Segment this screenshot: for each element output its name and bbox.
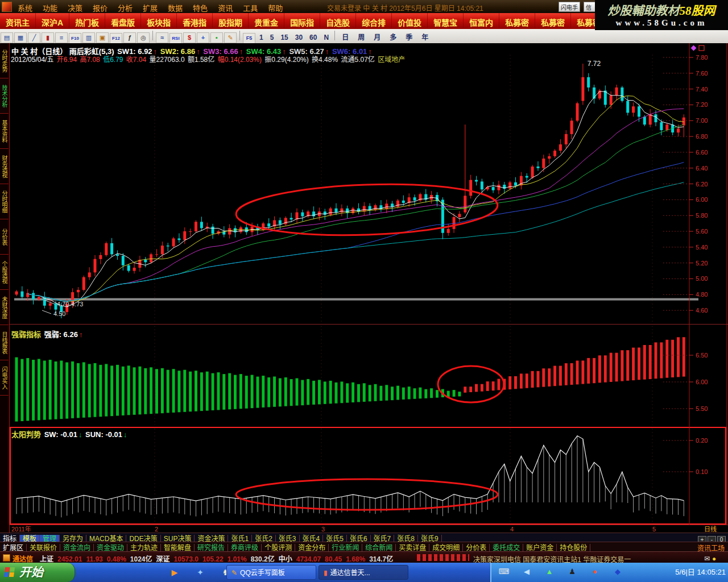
sidebar-tab-未财深度[interactable]: 未财深度 <box>0 290 9 325</box>
period-button-30min[interactable]: 30 <box>292 31 306 41</box>
sidebar-tab-闪电买入[interactable]: 闪电买入 <box>0 360 9 396</box>
menu-item-帮助[interactable]: 帮助 <box>263 0 288 13</box>
start-button[interactable]: 开始 <box>0 563 75 582</box>
f12-icon[interactable]: F12 <box>110 33 122 44</box>
text-token: 强弱: 6.26 <box>44 330 78 339</box>
pencil-icon[interactable]: ✎ <box>224 32 237 43</box>
text-token: 振0.29(4.20%) <box>264 56 311 64</box>
candlestick-chart[interactable]: 7.724.70-4.734.507.807.607.407.207.006.8… <box>9 43 728 533</box>
task-icon: ✎ <box>231 569 237 577</box>
formula-icon[interactable]: ƒ <box>123 32 136 43</box>
f5-refresh-icon[interactable]: F5 <box>243 33 255 44</box>
market-tab-智慧宝[interactable]: 智慧宝 <box>428 13 464 28</box>
menu-item-数据[interactable]: 数据 <box>163 0 188 13</box>
menu-item-决策[interactable]: 决策 <box>63 0 88 13</box>
market-tab-热门板[interactable]: 热门板 <box>69 13 105 28</box>
period-button-Nmin[interactable]: N <box>320 31 332 41</box>
kline-icon[interactable]: ▮ <box>42 32 54 43</box>
move-icon[interactable]: + <box>197 32 209 43</box>
period-button-日[interactable]: 日 <box>337 29 353 41</box>
lightning-icon[interactable]: ● <box>712 555 716 563</box>
start-label: 开始 <box>19 566 43 579</box>
zoom-icon[interactable]: ◎ <box>137 32 150 43</box>
market-tab-贵重金[interactable]: 贵重金 <box>249 13 284 28</box>
text-token: SW: -0.01 <box>44 430 77 439</box>
info-table-icon[interactable]: ≡ <box>55 32 68 43</box>
market-tab-股指期[interactable]: 股指期 <box>213 13 249 28</box>
sidebar-tab-分时明细[interactable]: 分时明细 <box>0 184 9 219</box>
market-tab-私募密[interactable]: 私募密 <box>499 13 535 28</box>
svg-text:4.50: 4.50 <box>53 310 65 317</box>
dollar-icon[interactable]: $ <box>183 32 196 43</box>
market-tab-私募密[interactable]: 私募密 <box>535 13 571 28</box>
market-tab-香港指[interactable]: 香港指 <box>177 13 213 28</box>
trend-line-icon[interactable]: ╱ <box>28 32 40 43</box>
shield-icon[interactable]: ◆ <box>612 563 623 581</box>
market-tab-深沪A[interactable]: 深沪A <box>36 13 69 28</box>
info-button[interactable]: 信 <box>584 2 596 12</box>
svg-text:4: 4 <box>510 526 514 533</box>
pattern-icon[interactable]: ≈ <box>156 32 168 43</box>
market-tab-综合排[interactable]: 综合排 <box>356 13 392 28</box>
menu-item-功能[interactable]: 功能 <box>38 0 63 13</box>
menu-item-分析[interactable]: 分析 <box>113 0 138 13</box>
rsi-icon[interactable]: RSI <box>169 33 182 44</box>
sidebar-tab-基本资料[interactable]: 基本资料 <box>0 114 9 149</box>
sidebar-tab-日线报表[interactable]: 日线报表 <box>0 325 9 360</box>
sidebar-tab-分时走势[interactable]: 分时走势 <box>0 43 9 78</box>
period-button-1min[interactable]: 1 <box>256 31 267 41</box>
link-icon[interactable]: ▥ <box>82 32 95 43</box>
grid-icon[interactable]: ▦ <box>14 32 27 43</box>
period-button-5min[interactable]: 5 <box>267 31 278 41</box>
menu-item-报价[interactable]: 报价 <box>88 0 113 13</box>
market-tab-恒富内[interactable]: 恒富内 <box>464 13 499 28</box>
chart-area[interactable]: 7.724.70-4.734.507.807.607.407.207.006.8… <box>9 43 728 533</box>
period-button-多[interactable]: 多 <box>385 29 401 41</box>
media-player-icon[interactable]: ▶ <box>168 564 181 581</box>
sidebar-tab-分价表[interactable]: 分价表 <box>0 219 9 255</box>
market-tab-价值投[interactable]: 价值投 <box>392 13 428 28</box>
messenger-icon[interactable]: ✦ <box>194 564 206 581</box>
system-tray: ⌨◀▲♟●◆ 5/6|日 14:05:21 <box>490 563 728 582</box>
market-tab-自选股[interactable]: 自选股 <box>320 13 356 28</box>
sidebar-tab-个股透视[interactable]: 个股透视 <box>0 255 9 290</box>
period-button-月[interactable]: 月 <box>369 29 385 41</box>
qq-penguin-icon[interactable]: ♟ <box>566 563 578 581</box>
market-tab-看盘版[interactable]: 看盘版 <box>105 13 141 28</box>
svg-text:5.00: 5.00 <box>696 275 708 282</box>
marker-icon[interactable]: ▪ <box>210 32 223 43</box>
ime-icon[interactable]: ▲ <box>544 563 555 581</box>
mail-icon[interactable]: ✉ <box>704 555 710 563</box>
market-tab-板块指[interactable]: 板块指 <box>141 13 177 28</box>
period-button-60min[interactable]: 60 <box>306 31 320 41</box>
svg-text:日线: 日线 <box>704 525 717 533</box>
svg-text:2011年: 2011年 <box>11 525 31 533</box>
flash-hand-button[interactable]: 闪电手 <box>559 2 580 12</box>
task-button-QQ云手写面板[interactable]: ✎QQ云手写面板 <box>226 565 316 580</box>
market-tab-资讯主[interactable]: 资讯主 <box>0 13 36 28</box>
sidebar-tab-技术分析[interactable]: 技术分析 <box>0 78 9 114</box>
watermark-url: www.58Gu.com <box>595 18 728 28</box>
svg-text:7.80: 7.80 <box>696 54 708 61</box>
menu-item-特色[interactable]: 特色 <box>188 0 213 13</box>
menu-item-工具[interactable]: 工具 <box>238 0 263 13</box>
red-orb-icon[interactable]: ● <box>589 563 601 581</box>
text-token: 低6.79 <box>103 56 125 64</box>
sheet-icon[interactable]: ▣ <box>96 32 109 43</box>
menu-item-扩展[interactable]: 扩展 <box>138 0 163 13</box>
task-button-通达信普天...[interactable]: ▮通达信普天... <box>318 565 408 580</box>
market-tab-国际指[interactable]: 国际指 <box>284 13 320 28</box>
quote-page-icon[interactable]: ▤ <box>1 32 13 43</box>
period-button-15min[interactable]: 15 <box>277 31 291 41</box>
tdx-icon <box>3 554 10 562</box>
keyboard-icon[interactable]: ⌨ <box>498 563 510 581</box>
period-button-年[interactable]: 年 <box>417 29 433 41</box>
menu-item-系统[interactable]: 系统 <box>13 0 38 13</box>
sidebar-tab-财务透视[interactable]: 财务透视 <box>0 149 9 184</box>
text-token: 量227063.0 <box>150 56 187 64</box>
period-button-周[interactable]: 周 <box>353 29 369 41</box>
period-button-季[interactable]: 季 <box>401 29 417 41</box>
menu-item-资讯[interactable]: 资讯 <box>213 0 238 13</box>
back-arrow-icon[interactable]: ◀ <box>521 563 532 581</box>
f10-icon[interactable]: F10 <box>69 33 81 44</box>
